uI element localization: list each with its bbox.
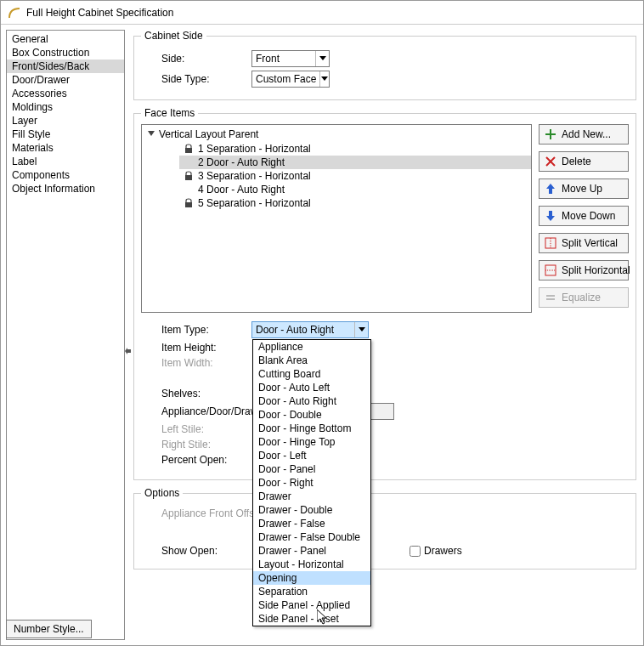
percent-open-label: Percent Open: [141, 454, 251, 466]
sidebar-item[interactable]: Moldings [7, 100, 124, 114]
shelves-label: Shelves: [141, 388, 251, 400]
svg-rect-1 [185, 175, 192, 180]
chevron-down-icon [354, 322, 368, 337]
split-horizontal-icon [545, 264, 556, 276]
plus-icon [545, 128, 556, 140]
left-stile-label: Left Stile: [141, 423, 251, 435]
side-type-value: Custom Face [252, 73, 319, 85]
chevron-down-icon [319, 71, 329, 87]
item-type-label: Item Type: [141, 324, 251, 336]
face-items-group: Face Items Vertical Layout Parent 1 Sepa… [133, 107, 636, 480]
dropdown-item[interactable]: Drawer [253, 490, 370, 503]
tree-item[interactable]: 3 Separation - Horizontal [179, 169, 531, 183]
side-combo[interactable]: Front [251, 50, 330, 67]
x-icon [545, 156, 556, 167]
item-type-dropdown[interactable]: ApplianceBlank AreaCutting BoardDoor - A… [252, 339, 371, 626]
drawers-checkbox[interactable]: Drawers [410, 545, 462, 557]
move-up-button[interactable]: Move Up [539, 178, 629, 199]
number-style-button[interactable]: Number Style... [6, 620, 92, 638]
split-vertical-icon [545, 237, 556, 249]
sidebar-item[interactable]: Layer [7, 114, 124, 128]
drawers-checkbox-input[interactable] [410, 546, 421, 557]
item-width-label: Item Width: [141, 357, 251, 369]
tree-root[interactable]: Vertical Layout Parent [142, 128, 531, 142]
dialog-window: Full Height Cabinet Specification Genera… [0, 0, 644, 646]
splitter-grip-icon[interactable] [124, 346, 131, 356]
main-panel: Cabinet Side Side: Front Side Type: Cust… [125, 25, 643, 645]
dropdown-item[interactable]: Side Panel - Inset [253, 612, 370, 626]
tree-item[interactable]: 2 Door - Auto Right [179, 156, 531, 169]
item-type-value: Door - Auto Right [252, 324, 354, 336]
show-open-label: Show Open: [141, 545, 251, 557]
dropdown-item[interactable]: Cutting Board [253, 367, 370, 381]
dropdown-item[interactable]: Door - Double [253, 408, 370, 422]
equalize-button[interactable]: Equalize [539, 287, 629, 308]
side-type-combo[interactable]: Custom Face [251, 71, 330, 88]
dropdown-item[interactable]: Door - Panel [253, 462, 370, 476]
arrow-up-icon [545, 183, 556, 195]
split-vertical-button[interactable]: Split Vertical [539, 233, 629, 253]
sidebar-item[interactable]: General [7, 32, 124, 46]
dropdown-item[interactable]: Door - Left [253, 449, 370, 462]
lock-icon [184, 198, 193, 208]
add-new-button[interactable]: Add New... [539, 124, 629, 144]
sidebar-item[interactable]: Front/Sides/Back [7, 60, 124, 73]
move-down-button[interactable]: Move Down [539, 206, 629, 226]
dropdown-item[interactable]: Drawer - False Double [253, 530, 370, 544]
front-offset-label: Appliance Front Offset: [141, 507, 268, 519]
dropdown-item[interactable]: Door - Hinge Top [253, 435, 370, 449]
item-type-combo[interactable]: Door - Auto Right ApplianceBlank AreaCut… [251, 321, 369, 338]
delete-button[interactable]: Delete [539, 151, 629, 172]
dropdown-item[interactable]: Drawer - Double [253, 503, 370, 517]
dropdown-item[interactable]: Door - Hinge Bottom [253, 422, 370, 435]
split-horizontal-button[interactable]: Split Horizontal [539, 260, 629, 280]
side-value: Front [252, 53, 315, 65]
item-height-label: Item Height: [141, 342, 251, 354]
chevron-down-icon [147, 128, 155, 140]
dropdown-item[interactable]: Door - Auto Right [253, 394, 370, 408]
sidebar-item[interactable]: Accessories [7, 87, 124, 100]
face-buttons: Add New... Delete Move Up Move Down [539, 124, 629, 313]
sidebar-item[interactable]: Fill Style [7, 128, 124, 141]
arrow-down-icon [545, 210, 556, 222]
dropdown-item[interactable]: Separation [253, 585, 370, 598]
dropdown-item[interactable]: Drawer - False [253, 517, 370, 530]
face-items-legend: Face Items [141, 107, 198, 119]
dropdown-item[interactable]: Opening [253, 571, 370, 585]
tree-item-label: 4 Door - Auto Right [198, 184, 285, 196]
lock-icon [184, 171, 193, 181]
tree-item[interactable]: 1 Separation - Horizontal [179, 142, 531, 156]
options-group: Options Appliance Front Offset: Show Ope… [133, 487, 636, 570]
dropdown-item[interactable]: Door - Auto Left [253, 381, 370, 394]
side-label: Side: [141, 53, 251, 65]
tree-item-label: 5 Separation - Horizontal [198, 197, 311, 209]
dropdown-item[interactable]: Drawer - Panel [253, 544, 370, 558]
dropdown-item[interactable]: Layout - Horizontal [253, 558, 370, 571]
dropdown-item[interactable]: Appliance [253, 340, 370, 354]
dropdown-item[interactable]: Door - Right [253, 476, 370, 490]
category-list[interactable]: GeneralBox ConstructionFront/Sides/BackD… [6, 30, 125, 640]
svg-rect-0 [185, 148, 192, 153]
dropdown-item[interactable]: Blank Area [253, 354, 370, 367]
equalize-icon [545, 292, 556, 303]
dropdown-item[interactable]: Side Panel - Applied [253, 598, 370, 612]
tree-item-label: 1 Separation - Horizontal [198, 143, 311, 155]
face-items-tree[interactable]: Vertical Layout Parent 1 Separation - Ho… [141, 124, 532, 313]
svg-rect-2 [185, 202, 192, 207]
tree-item[interactable]: 4 Door - Auto Right [179, 183, 531, 196]
window-title: Full Height Cabinet Specification [26, 1, 173, 25]
sidebar-item[interactable]: Materials [7, 141, 124, 155]
lock-icon [184, 144, 193, 154]
tree-item[interactable]: 5 Separation - Horizontal [179, 196, 531, 210]
sidebar-item[interactable]: Door/Drawer [7, 73, 124, 87]
sidebar-item[interactable]: Box Construction [7, 46, 124, 60]
sidebar-item[interactable]: Object Information [7, 182, 124, 196]
cabinet-side-group: Cabinet Side Side: Front Side Type: Cust… [133, 30, 636, 100]
sidebar-item[interactable]: Components [7, 168, 124, 182]
spacer [184, 184, 193, 195]
spacer [184, 157, 193, 167]
tree-item-label: 3 Separation - Horizontal [198, 170, 311, 182]
right-stile-label: Right Stile: [141, 439, 251, 450]
titlebar: Full Height Cabinet Specification [1, 1, 643, 25]
sidebar-item[interactable]: Label [7, 155, 124, 168]
